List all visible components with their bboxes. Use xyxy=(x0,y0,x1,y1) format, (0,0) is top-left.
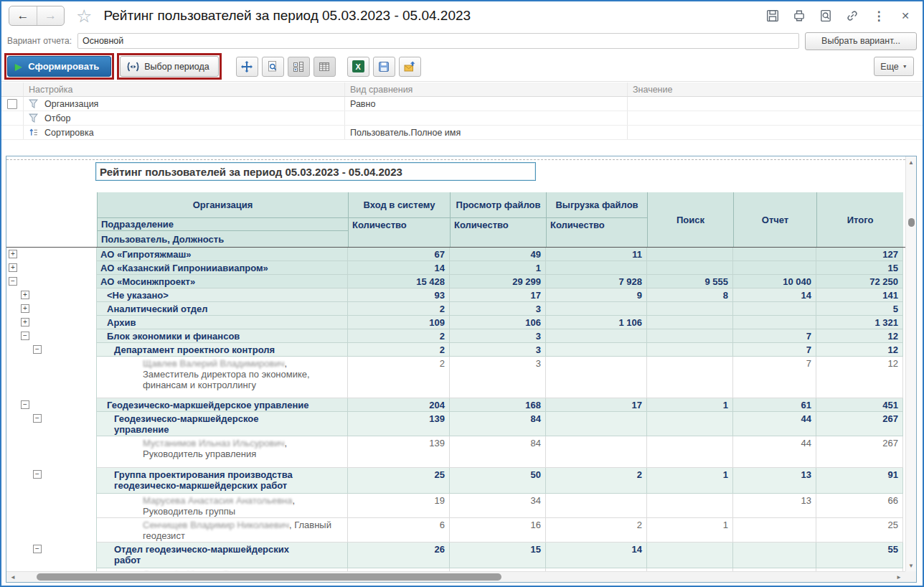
export-count-cell[interactable] xyxy=(546,357,647,398)
login-count-cell[interactable]: 2 xyxy=(348,329,450,343)
autofit-button[interactable] xyxy=(236,57,258,77)
org-cell[interactable]: Геодезическо-маркшейдерское управление xyxy=(97,398,348,412)
view-count-cell[interactable]: 84 xyxy=(450,412,546,436)
expand-toggle[interactable]: − xyxy=(21,400,29,409)
report-count-cell[interactable] xyxy=(733,543,816,568)
search-count-cell[interactable] xyxy=(647,357,733,398)
total-count-cell[interactable]: 12 xyxy=(816,357,903,398)
expand-toggle[interactable]: − xyxy=(33,345,42,354)
setting-value[interactable] xyxy=(627,126,923,139)
expand-toggle[interactable]: − xyxy=(33,470,42,479)
view-count-cell[interactable]: 49 xyxy=(450,248,546,261)
horizontal-scroll-thumb[interactable] xyxy=(37,573,501,581)
report-count-cell[interactable]: 7 xyxy=(733,329,816,343)
settings-row-sort[interactable]: Сортировка Пользователь.Полное имя xyxy=(1,126,923,140)
header-export-files-column[interactable]: Выгрузка файлов Количество xyxy=(546,192,647,247)
checkbox[interactable] xyxy=(7,99,17,109)
expand-toggle[interactable]: + xyxy=(21,304,29,313)
setting-value[interactable] xyxy=(627,97,923,111)
report-count-cell[interactable]: 7 xyxy=(733,343,816,357)
print-preview-button[interactable] xyxy=(262,57,284,77)
print-icon[interactable] xyxy=(792,9,806,23)
view-count-cell[interactable]: 168 xyxy=(450,398,546,412)
org-cell[interactable]: Геодезическо-маркшейдерское управление xyxy=(97,412,348,436)
comparison-value[interactable]: Равно xyxy=(344,97,627,111)
back-button[interactable]: ← xyxy=(9,6,37,25)
more-actions-button[interactable]: Еще ▼ xyxy=(874,57,914,76)
export-count-cell[interactable] xyxy=(546,261,647,275)
login-count-cell[interactable]: 139 xyxy=(348,436,450,468)
export-count-cell[interactable] xyxy=(546,343,647,357)
total-count-cell[interactable]: 55 xyxy=(816,543,903,568)
vertical-scroll-thumb[interactable] xyxy=(908,218,915,227)
export-count-cell[interactable]: 17 xyxy=(546,398,647,412)
header-view-files-column[interactable]: Просмотр файлов Количество xyxy=(450,192,546,247)
org-cell[interactable]: Отдел геодезическо-маркшейдерских работ xyxy=(97,543,348,568)
login-count-cell[interactable]: 204 xyxy=(348,398,450,412)
expand-toggle[interactable]: + xyxy=(9,250,17,258)
header-org-column[interactable]: Организация Подразделение Пользователь, … xyxy=(97,192,348,247)
view-count-cell[interactable]: 3 xyxy=(450,343,546,357)
search-count-cell[interactable] xyxy=(647,436,733,468)
excel-export-button[interactable]: X xyxy=(347,57,369,77)
login-count-cell[interactable]: 6 xyxy=(348,518,450,543)
login-count-cell[interactable]: 2 xyxy=(348,302,450,316)
org-cell[interactable]: Марусева Анастасия Анатольевна, Руководи… xyxy=(97,494,348,518)
search-count-cell[interactable] xyxy=(647,248,733,261)
export-count-cell[interactable]: 1 106 xyxy=(546,316,647,329)
org-cell[interactable]: Аналитический отдел xyxy=(97,302,348,316)
org-cell[interactable]: Сенчищев Владимир Николаевич, Главный ге… xyxy=(97,518,348,543)
export-count-cell[interactable] xyxy=(546,436,647,468)
search-count-cell[interactable]: 1 xyxy=(647,518,733,543)
login-count-cell[interactable]: 15 428 xyxy=(348,275,450,288)
org-cell[interactable]: Архив xyxy=(97,316,348,329)
report-count-cell[interactable]: 61 xyxy=(733,398,816,412)
total-count-cell[interactable]: 72 250 xyxy=(816,275,903,288)
total-count-cell[interactable]: 66 xyxy=(816,494,903,518)
header-search-column[interactable]: Поиск xyxy=(647,192,733,247)
export-count-cell[interactable]: 14 xyxy=(546,543,647,568)
login-count-cell[interactable]: 25 xyxy=(348,468,450,494)
variant-input[interactable] xyxy=(77,33,799,49)
report-count-cell[interactable]: 14 xyxy=(733,288,816,302)
save-result-button[interactable] xyxy=(373,57,395,77)
search-count-cell[interactable] xyxy=(647,343,733,357)
search-count-cell[interactable] xyxy=(647,543,733,568)
total-count-cell[interactable]: 12 xyxy=(816,329,903,343)
org-cell[interactable]: Мустанимов Ильназ Ильсурович, Руководите… xyxy=(97,436,348,468)
more-menu-icon[interactable]: ⋮ xyxy=(872,9,886,23)
view-count-cell[interactable]: 3 xyxy=(450,357,546,398)
total-count-cell[interactable]: 267 xyxy=(816,436,903,468)
export-count-cell[interactable] xyxy=(546,412,647,436)
login-count-cell[interactable]: 2 xyxy=(348,357,450,398)
report-count-cell[interactable] xyxy=(733,518,816,543)
expand-toggle[interactable]: + xyxy=(21,318,29,327)
header-report-column[interactable]: Отчет xyxy=(733,192,816,247)
search-count-cell[interactable]: 1 xyxy=(647,398,733,412)
org-cell[interactable]: АО «Казанский Гипронииавиапром» xyxy=(97,261,348,275)
total-count-cell[interactable]: 1 321 xyxy=(816,316,903,329)
header-login-column[interactable]: Вход в систему Количество xyxy=(348,192,450,247)
search-count-cell[interactable] xyxy=(647,302,733,316)
report-count-cell[interactable]: 13 xyxy=(733,494,816,518)
login-count-cell[interactable]: 93 xyxy=(348,288,450,302)
favorite-star-icon[interactable]: ☆ xyxy=(76,7,92,25)
report-count-cell[interactable]: 44 xyxy=(733,436,816,468)
login-count-cell[interactable]: 2 xyxy=(348,343,450,357)
expand-toggle[interactable]: − xyxy=(21,332,29,340)
table-grid-button[interactable] xyxy=(314,57,336,77)
login-count-cell[interactable]: 109 xyxy=(348,316,450,329)
grouping-levels-button[interactable] xyxy=(288,57,310,77)
org-cell[interactable]: Группа проектирования производства геоде… xyxy=(97,468,348,494)
export-count-cell[interactable]: 9 xyxy=(546,288,647,302)
choose-variant-button[interactable]: Выбрать вариант... xyxy=(805,32,917,50)
save-icon[interactable] xyxy=(765,9,780,23)
org-cell[interactable]: АО «Мосинжпроект» xyxy=(97,275,348,288)
view-count-cell[interactable]: 29 299 xyxy=(450,275,546,288)
export-count-cell[interactable]: 2 xyxy=(546,518,647,543)
org-cell[interactable]: АО «Гипротяжмаш» xyxy=(97,248,348,261)
report-count-cell[interactable] xyxy=(733,248,816,261)
search-count-cell[interactable] xyxy=(647,412,733,436)
search-count-cell[interactable] xyxy=(647,329,733,343)
login-count-cell[interactable]: 139 xyxy=(348,412,450,436)
